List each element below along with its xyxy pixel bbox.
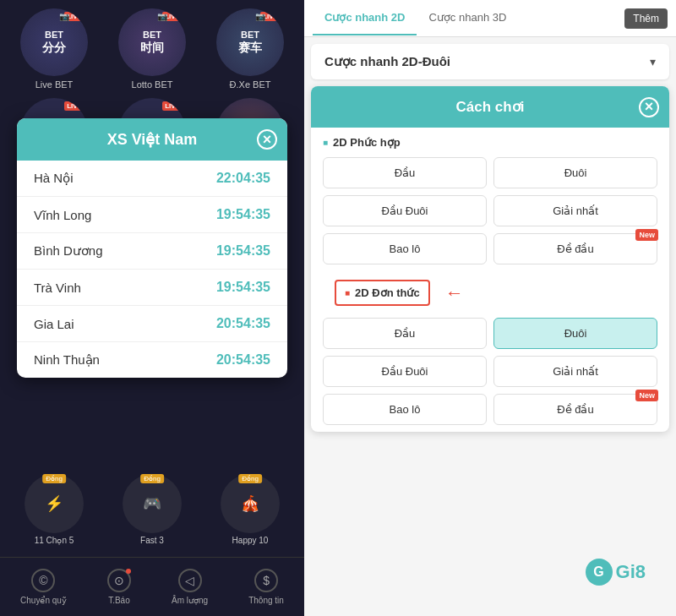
bottom-nav: © Chuyển quỹ ⊙ T.Báo ◁ Âm lượng $ Thông … [0, 557, 304, 616]
lotto-camera-icon: 📷 [157, 12, 167, 21]
top-game-grid: LIVE 📷 BET分分 Live BET LIVE 📷 BET时间 Lotto… [0, 0, 304, 98]
xs-time-0: 22:04:35 [216, 171, 270, 186]
nav-t-bao[interactable]: ⊙ T.Báo [107, 569, 131, 605]
game-item-live-bet[interactable]: LIVE 📷 BET分分 Live BET [8, 8, 100, 90]
xs-row-3: Trà Vinh 19:54:35 [17, 270, 287, 306]
cach-choi-title: Cách chơi [456, 98, 525, 116]
game-item-lotto-bet[interactable]: LIVE 📷 BET时间 Lotto BET [106, 8, 198, 90]
tab-cuoc-nhanh-2d[interactable]: Cược nhanh 2D [313, 1, 417, 35]
dxe-camera-icon: 📷 [255, 12, 265, 21]
xs-modal-title: XS Việt Nam [107, 130, 198, 149]
gi8-logo: G Gi8 [287, 545, 659, 599]
tabs-bar: Cược nhanh 2D Cược nhanh 3D Thêm [304, 0, 676, 37]
btn-bao-lo-2[interactable]: Bao lô [323, 394, 487, 425]
dxe-bet-icon-text: BET赛车 [238, 30, 262, 55]
xs-row-2: Bình Dương 19:54:35 [17, 233, 287, 270]
dong-game-happy10[interactable]: Đồng 🎪 Happy 10 [204, 474, 296, 545]
left-panel: LIVE 📷 BET分分 Live BET LIVE 📷 BET时间 Lotto… [0, 0, 304, 616]
xs-viet-nam-modal: XS Việt Nam × Hà Nội 22:04:35 Vĩnh Long … [17, 118, 287, 378]
section2-btn-grid: Đầu Đuôi Đầu Đuôi Giải nhất Bao lô New Đ… [311, 314, 669, 432]
dong-badge-fast3: Đồng [140, 474, 164, 483]
camera-icon: 📷 [59, 12, 69, 21]
dong-label-11chon5: 11 Chọn 5 [35, 536, 74, 545]
btn-giai-nhat-1[interactable]: Giải nhất [493, 195, 657, 226]
dong-game-grid: Đồng ⚡ 11 Chọn 5 Đồng 🎮 Fast 3 Đồng 🎪 Ha… [0, 471, 304, 548]
dropdown-bar[interactable]: Cược nhanh 2D-Đuôi ▾ [311, 44, 669, 79]
btn-duoi-1[interactable]: Đuôi [493, 157, 657, 188]
live-bet-icon-text: BET分分 [42, 30, 66, 55]
xs-time-2: 19:54:35 [216, 243, 270, 259]
xs-time-1: 19:54:35 [216, 207, 270, 222]
xs-row-4: Gia Lai 20:54:35 [17, 306, 287, 342]
xs-row-5: Ninh Thuận 20:54:35 [17, 342, 287, 378]
dxe-bet-icon: LIVE 📷 BET赛车 [216, 8, 284, 76]
right-panel: Cược nhanh 2D Cược nhanh 3D Thêm Cược nh… [304, 0, 676, 616]
xs-city-3: Trà Vinh [34, 281, 81, 295]
lotto-bet-icon: LIVE 📷 BET时间 [118, 8, 186, 76]
new-badge-2: New [635, 390, 658, 401]
tab-more-button[interactable]: Thêm [624, 8, 668, 29]
dong-icon-11chon5: Đồng ⚡ [25, 474, 84, 533]
dong-game-fast3[interactable]: Đồng 🎮 Fast 3 [106, 474, 198, 545]
lotto-bet-label: Lotto BET [132, 79, 173, 90]
xs-city-0: Hà Nội [34, 171, 74, 186]
xs-city-4: Gia Lai [34, 317, 74, 331]
dong-label-fast3: Fast 3 [140, 536, 164, 545]
lotto-bet-icon-text: BET时间 [140, 30, 164, 55]
cach-choi-close-button[interactable]: × [639, 97, 659, 117]
gi8-g-icon: G [586, 559, 613, 586]
nav-chuyen-quy[interactable]: © Chuyển quỹ [20, 569, 67, 605]
nav-am-luong[interactable]: ◁ Âm lượng [172, 569, 208, 605]
live-bet-label: Live BET [35, 79, 74, 90]
tab-cuoc-nhanh-3d[interactable]: Cược nhanh 3D [417, 1, 518, 35]
gi8-text: Gi8 [616, 561, 646, 583]
btn-dau-2[interactable]: Đầu [323, 318, 487, 349]
nav-thong-tin[interactable]: $ Thông tin [248, 569, 284, 605]
btn-bao-lo-1[interactable]: Bao lô [323, 233, 487, 264]
section1-btn-grid: Đầu Đuôi Đầu Đuôi Giải nhất Bao lô New Đ… [311, 154, 669, 271]
dong-label-happy10: Happy 10 [232, 536, 269, 545]
t-bao-icon: ⊙ [107, 569, 131, 592]
btn-de-dau-2[interactable]: New Đề đầu [493, 394, 657, 425]
xs-time-4: 20:54:35 [216, 316, 270, 331]
xs-city-5: Ninh Thuận [34, 352, 100, 368]
dong-icon-happy10: Đồng 🎪 [221, 474, 280, 533]
dong-badge-happy10: Đồng [238, 474, 262, 483]
live-bet-icon: LIVE 📷 BET分分 [20, 8, 88, 76]
btn-dau-1[interactable]: Đầu [323, 157, 487, 188]
dropdown-arrow-icon: ▾ [650, 55, 656, 68]
new-badge-1: New [635, 229, 658, 241]
xs-city-2: Bình Dương [34, 243, 103, 259]
xs-row-1: Vĩnh Long 19:54:35 [17, 197, 287, 233]
btn-de-dau-1[interactable]: New Đề đầu [493, 233, 657, 264]
xs-row-0: Hà Nội 22:04:35 [17, 161, 287, 197]
dxe-bet-label: Đ.Xe BET [230, 79, 271, 90]
nav-am-luong-label: Âm lượng [172, 596, 208, 605]
section2-label: 2D Đơn thức [335, 280, 430, 306]
dropdown-label: Cược nhanh 2D-Đuôi [324, 54, 450, 69]
btn-dau-duoi-2[interactable]: Đầu Đuôi [323, 356, 487, 387]
cach-choi-header: Cách chơi × [311, 86, 669, 128]
chuyen-quy-icon: © [31, 569, 55, 592]
notification-dot [126, 569, 131, 574]
xs-city-1: Vĩnh Long [34, 208, 91, 222]
section2-arrow-icon: ← [445, 282, 464, 304]
xs-close-button[interactable]: × [257, 129, 277, 150]
xs-modal-header: XS Việt Nam × [17, 118, 287, 161]
dong-game-11chon5[interactable]: Đồng ⚡ 11 Chọn 5 [8, 474, 100, 545]
xs-time-5: 20:54:35 [216, 352, 270, 368]
btn-giai-nhat-2[interactable]: Giải nhất [493, 356, 657, 387]
cach-choi-modal: Cách chơi × 2D Phức hợp Đầu Đuôi Đầu Đuô… [311, 86, 669, 432]
section2-label-row: 2D Đơn thức ← [323, 275, 657, 311]
nav-t-bao-label: T.Báo [108, 596, 130, 605]
btn-dau-duoi-1[interactable]: Đầu Đuôi [323, 195, 487, 226]
am-luong-icon: ◁ [178, 569, 202, 592]
section1-label: 2D Phức hợp [311, 128, 669, 154]
btn-duoi-2[interactable]: Đuôi [493, 318, 657, 349]
xs-time-3: 19:54:35 [216, 280, 270, 295]
nav-thong-tin-label: Thông tin [248, 596, 284, 605]
dong-icon-fast3: Đồng 🎮 [123, 474, 182, 533]
nav-chuyen-quy-label: Chuyển quỹ [20, 596, 67, 605]
game-item-dxe-bet[interactable]: LIVE 📷 BET赛车 Đ.Xe BET [204, 8, 296, 90]
thong-tin-icon: $ [254, 569, 278, 592]
